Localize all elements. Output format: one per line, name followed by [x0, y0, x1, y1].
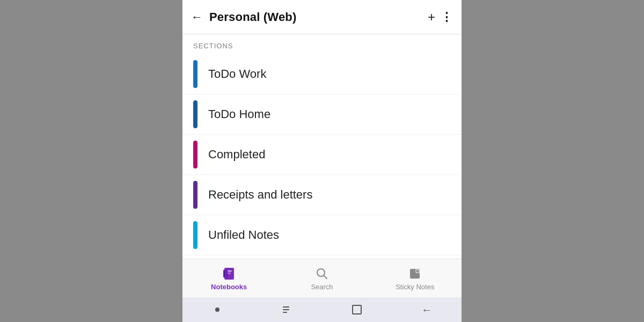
bottom-nav: Notebooks Search Sticky Notes	[182, 259, 462, 297]
app-container: ← Personal (Web) + ⋮ SECTIONS ToDo WorkT…	[182, 0, 462, 322]
section-color-bar	[193, 100, 197, 128]
svg-rect-11	[283, 306, 289, 308]
section-color-bar	[193, 221, 197, 249]
nav-label-search: Search	[311, 283, 333, 291]
back-button[interactable]: ←	[191, 10, 203, 24]
svg-rect-13	[283, 312, 287, 313]
sys-back-button[interactable]: ←	[415, 298, 438, 321]
svg-rect-1	[223, 270, 225, 277]
section-item-todo-home[interactable]: ToDo Home	[182, 94, 462, 135]
home-dot-icon	[215, 308, 219, 312]
more-button[interactable]: ⋮	[441, 10, 453, 24]
svg-rect-3	[228, 273, 231, 274]
section-color-bar	[193, 60, 197, 88]
section-label: Unfiled Notes	[208, 228, 279, 242]
nav-item-notebooks[interactable]: Notebooks	[208, 266, 251, 291]
overview-button[interactable]	[345, 298, 369, 321]
svg-rect-12	[283, 309, 289, 310]
sections-list: ToDo WorkToDo HomeCompletedReceipts and …	[182, 54, 462, 259]
section-label: ToDo Home	[208, 107, 270, 121]
nav-item-search[interactable]: Search	[301, 266, 343, 291]
overview-square-icon	[352, 305, 362, 314]
svg-rect-4	[226, 269, 228, 278]
page-title: Personal (Web)	[209, 10, 428, 24]
section-item-todo-work[interactable]: ToDo Work	[182, 54, 462, 94]
sections-heading: SECTIONS	[182, 34, 462, 54]
outer-background: ← Personal (Web) + ⋮ SECTIONS ToDo WorkT…	[0, 0, 644, 322]
svg-rect-2	[228, 270, 232, 272]
section-label: Receipts and letters	[208, 188, 312, 202]
home-button[interactable]	[206, 298, 229, 321]
section-label: Completed	[208, 148, 265, 162]
search-icon	[314, 266, 330, 281]
section-color-bar	[193, 181, 197, 209]
sticky-notes-icon	[407, 266, 422, 281]
add-button[interactable]: +	[428, 10, 435, 25]
svg-line-6	[324, 275, 327, 279]
recent-apps-icon	[282, 304, 292, 315]
section-item-unfiled-notes[interactable]: Unfiled Notes	[182, 215, 462, 255]
header: ← Personal (Web) + ⋮	[182, 0, 462, 34]
section-item-completed[interactable]: Completed	[182, 135, 462, 175]
system-bar: ←	[182, 297, 462, 322]
nav-label-notebooks: Notebooks	[211, 283, 247, 291]
notebooks-icon	[222, 266, 237, 281]
section-label: ToDo Work	[208, 67, 266, 81]
section-color-bar	[193, 141, 197, 169]
sys-back-icon: ←	[421, 304, 432, 316]
nav-label-sticky-notes: Sticky Notes	[396, 283, 434, 291]
section-item-receipts-letters[interactable]: Receipts and letters	[182, 175, 462, 215]
recent-apps-button[interactable]	[275, 298, 299, 321]
nav-item-sticky-notes[interactable]: Sticky Notes	[393, 266, 436, 291]
